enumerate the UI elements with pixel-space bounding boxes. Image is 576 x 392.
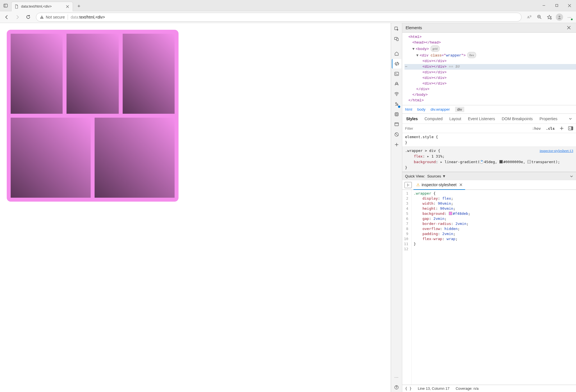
style-rule[interactable]: element.style { } (402, 133, 576, 147)
svg-rect-22 (395, 113, 398, 116)
back-button[interactable] (2, 12, 12, 22)
style-rule[interactable]: inspector-stylesheet:13 .wrapper > div {… (402, 147, 576, 172)
breadcrumb-item[interactable]: html (405, 107, 412, 111)
format-button[interactable]: { } (405, 386, 412, 391)
svg-line-27 (395, 133, 398, 136)
toggle-hov-button[interactable]: :hov (531, 126, 542, 131)
device-emulation-button[interactable] (392, 34, 401, 44)
help-button[interactable] (392, 382, 401, 392)
svg-rect-24 (395, 123, 398, 126)
rendered-box (11, 118, 91, 198)
editor-code[interactable]: .wrapper { display: flex; width: 90vmin;… (412, 190, 473, 385)
tab-event-listeners[interactable]: Event Listeners (468, 117, 495, 121)
styles-toolbar: :hov .cls (402, 124, 576, 133)
inspect-element-button[interactable] (392, 24, 401, 34)
toggle-navigator-button[interactable] (404, 182, 412, 188)
memory-tool-button[interactable] (392, 110, 401, 119)
close-devtools-button[interactable] (565, 24, 573, 32)
collapse-quick-view-button[interactable] (570, 175, 573, 178)
url-text: data:text/html,<div> (71, 15, 105, 19)
new-tab-button[interactable]: + (74, 2, 84, 11)
profile-button[interactable] (555, 12, 564, 22)
more-tools-button[interactable] (392, 140, 401, 149)
elements-tool-button[interactable] (392, 59, 401, 69)
welcome-tool-button[interactable] (392, 49, 401, 58)
breadcrumb-item[interactable]: body (417, 107, 426, 111)
tab-dom-breakpoints[interactable]: DOM Breakpoints (502, 117, 532, 121)
warning-icon (40, 15, 44, 19)
warning-icon: ⚠ (416, 183, 420, 187)
close-window-button[interactable] (563, 0, 576, 11)
network-tool-button[interactable] (392, 89, 401, 99)
favorites-button[interactable] (545, 12, 554, 22)
dom-node[interactable]: <html> (404, 34, 576, 40)
browser-tab[interactable]: data:text/html,<div> (11, 2, 73, 11)
svg-rect-16 (397, 38, 398, 41)
address-bar[interactable]: Not secure data:text/html,<div> (36, 13, 522, 22)
devtools-panel-header: Elements (402, 23, 576, 33)
tab-layout[interactable]: Layout (449, 117, 461, 121)
styles-filter-input[interactable] (404, 125, 528, 132)
page-viewport[interactable] (0, 23, 391, 392)
tab-computed[interactable]: Computed (424, 117, 443, 121)
tab-actions-button[interactable] (0, 0, 11, 11)
toggle-computed-sidebar-button[interactable] (568, 125, 574, 131)
sources-tool-button[interactable] (392, 79, 401, 89)
cursor-position: Line 13, Column 17 (418, 386, 449, 391)
tab-title: data:text/html,<div> (21, 4, 63, 8)
toggle-cls-button[interactable]: .cls (545, 126, 556, 131)
window-controls (537, 0, 576, 11)
menu-button[interactable]: ··· (565, 12, 574, 22)
source-editor[interactable]: 123456789101112 .wrapper { display: flex… (402, 190, 576, 385)
dom-node[interactable]: <div></div> (404, 58, 576, 64)
security-indicator[interactable]: Not secure (40, 15, 65, 19)
tab-styles[interactable]: Styles (406, 117, 418, 121)
security-tool-button[interactable] (392, 130, 401, 139)
editor-gutter: 123456789101112 (402, 190, 412, 385)
dom-node[interactable]: ▼<div class="wrapper">flex (404, 52, 576, 58)
dom-tree[interactable]: <html> <head></head> ▼<body>grid ▼<div c… (402, 33, 576, 105)
minimize-button[interactable] (537, 0, 550, 11)
breadcrumb-item-current[interactable]: div (455, 107, 464, 112)
read-aloud-button[interactable]: A)) (524, 12, 534, 22)
dom-node[interactable]: <div></div> (404, 75, 576, 81)
rule-source-link[interactable]: inspector-stylesheet:13 (540, 148, 573, 154)
forward-button[interactable] (12, 12, 22, 22)
dom-node[interactable]: <head></head> (404, 40, 576, 45)
color-swatch-icon[interactable] (527, 160, 531, 163)
zoom-button[interactable] (534, 12, 544, 22)
rendered-box (11, 34, 63, 114)
dom-node-selected[interactable]: <div></div>== $0 (404, 64, 576, 70)
panel-title: Elements (406, 26, 422, 30)
dom-node[interactable]: </body> (404, 92, 576, 98)
angle-swatch-icon[interactable] (480, 160, 483, 164)
console-tool-button[interactable] (392, 69, 401, 79)
svg-point-18 (396, 82, 397, 84)
new-style-rule-button[interactable] (559, 125, 565, 131)
dom-node[interactable]: <div></div> (404, 70, 576, 75)
color-swatch-icon[interactable] (499, 160, 503, 163)
divider (68, 15, 68, 20)
dom-node[interactable]: </html> (404, 98, 576, 103)
close-file-tab-button[interactable] (460, 183, 462, 186)
application-tool-button[interactable] (392, 120, 401, 129)
svg-point-20 (396, 102, 397, 104)
svg-rect-35 (571, 127, 573, 130)
performance-tool-button[interactable] (392, 99, 401, 109)
editor-statusbar: { } Line 13, Column 17 Coverage: n/a (402, 385, 576, 392)
maximize-button[interactable] (550, 0, 563, 11)
styles-pane[interactable]: element.style { } inspector-stylesheet:1… (402, 133, 576, 172)
chevron-down-icon[interactable] (569, 117, 572, 120)
dom-node[interactable]: <div></div> (404, 81, 576, 86)
svg-rect-23 (396, 114, 397, 115)
dom-node[interactable]: ▼<body>grid (404, 45, 576, 52)
settings-menu-button[interactable]: ··· (392, 372, 401, 382)
rendered-wrapper (7, 30, 179, 202)
quick-view-dropdown[interactable]: Sources ▼ (427, 174, 446, 178)
dom-node[interactable]: </div> (404, 86, 576, 92)
breadcrumb-item[interactable]: div.wrapper (431, 107, 450, 111)
tab-close-button[interactable] (65, 4, 70, 9)
tab-properties[interactable]: Properties (540, 117, 557, 121)
file-tab[interactable]: ⚠ inspector-stylesheet (413, 181, 465, 190)
reload-button[interactable] (23, 12, 33, 22)
